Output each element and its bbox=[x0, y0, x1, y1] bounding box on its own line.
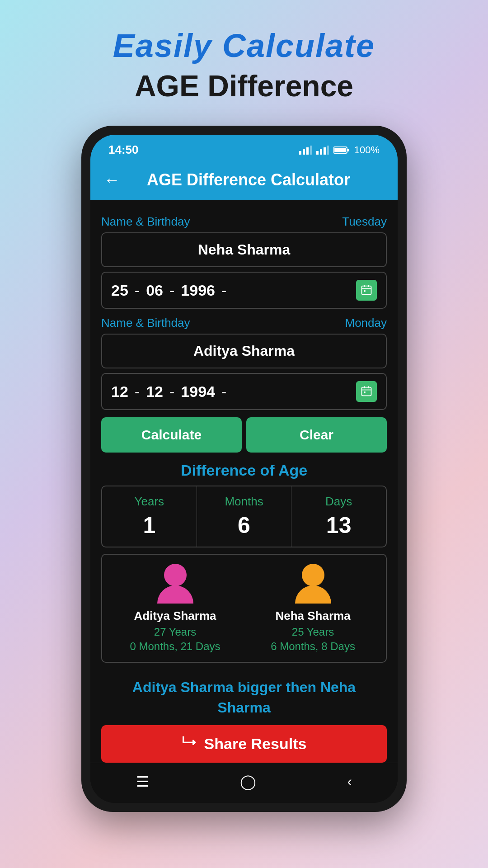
person1-date-field[interactable]: 25 - 06 - 1996 - bbox=[101, 272, 387, 309]
aditya-avatar-body bbox=[157, 585, 193, 604]
status-bar: 14:50 bbox=[90, 135, 398, 162]
person2-label-row: Name & Birthday Monday bbox=[101, 316, 387, 330]
aditya-avatar-head bbox=[164, 564, 187, 586]
person1-day-label: Tuesday bbox=[342, 215, 387, 229]
svg-rect-0 bbox=[299, 151, 301, 155]
back-arrow-icon[interactable]: ← bbox=[104, 170, 120, 189]
back-nav-icon[interactable]: ‹ bbox=[347, 773, 352, 790]
aditya-name: Aditya Sharma bbox=[108, 609, 242, 623]
neha-name: Neha Sharma bbox=[246, 609, 380, 623]
svg-rect-4 bbox=[316, 151, 319, 155]
page-title-1: Easily Calculate bbox=[113, 27, 375, 64]
days-col: Days 13 bbox=[291, 486, 386, 547]
months-value: 6 bbox=[202, 512, 287, 538]
neha-avatar-head bbox=[302, 564, 324, 586]
days-label: Days bbox=[296, 495, 381, 509]
person2-dash-1: - bbox=[135, 383, 140, 401]
person1-section-label: Name & Birthday bbox=[101, 215, 190, 229]
aditya-avatar bbox=[108, 564, 242, 604]
neha-months: 6 Months, 8 Days bbox=[246, 640, 380, 653]
action-buttons-row: Calculate Clear bbox=[101, 417, 387, 453]
calculate-button[interactable]: Calculate bbox=[101, 417, 242, 453]
menu-icon[interactable]: ☰ bbox=[136, 773, 149, 790]
person1-label-row: Name & Birthday Tuesday bbox=[101, 215, 387, 229]
persons-box: Aditya Sharma 27 Years 0 Months, 21 Days… bbox=[101, 554, 387, 663]
years-col: Years 1 bbox=[102, 486, 197, 547]
svg-rect-7 bbox=[327, 146, 329, 155]
aditya-years: 27 Years bbox=[108, 626, 242, 638]
person2-dash-3: - bbox=[221, 383, 226, 401]
phone-shell: 14:50 bbox=[81, 126, 407, 812]
signal-icon-2 bbox=[316, 146, 329, 155]
signal-icon-1 bbox=[299, 146, 312, 155]
person1-name-field[interactable]: Neha Sharma bbox=[101, 232, 387, 267]
person1-date-day: 25 bbox=[111, 282, 128, 299]
app-header-title: AGE Difference Calculator bbox=[129, 170, 368, 189]
person2-dash-2: - bbox=[169, 383, 174, 401]
svg-rect-5 bbox=[320, 149, 322, 155]
svg-rect-15 bbox=[364, 290, 366, 292]
person1-dash-3: - bbox=[221, 282, 226, 299]
aditya-months: 0 Months, 21 Days bbox=[108, 640, 242, 653]
status-icons: 100% bbox=[299, 144, 380, 156]
battery-text: 100% bbox=[354, 144, 380, 156]
person1-calendar-icon[interactable] bbox=[356, 280, 377, 301]
person-card-aditya: Aditya Sharma 27 Years 0 Months, 21 Days bbox=[108, 564, 242, 653]
svg-rect-1 bbox=[303, 149, 305, 155]
bottom-nav: ☰ ◯ ‹ bbox=[90, 763, 398, 803]
months-label: Months bbox=[202, 495, 287, 509]
person-card-neha: Neha Sharma 25 Years 6 Months, 8 Days bbox=[246, 564, 380, 653]
comparison-text: Aditya Sharma bigger then Neha Sharma bbox=[101, 670, 387, 725]
svg-rect-11 bbox=[362, 286, 371, 295]
phone-inner: 14:50 bbox=[90, 135, 398, 803]
svg-rect-3 bbox=[310, 146, 312, 155]
person1-date-year: 1996 bbox=[181, 282, 215, 299]
days-value: 13 bbox=[296, 512, 381, 538]
difference-title: Difference of Age bbox=[101, 462, 387, 479]
status-time: 14:50 bbox=[108, 143, 139, 157]
person2-name-field[interactable]: Aditya Sharma bbox=[101, 334, 387, 368]
svg-rect-2 bbox=[306, 147, 309, 155]
svg-rect-9 bbox=[334, 148, 346, 152]
person2-day-label: Monday bbox=[345, 316, 387, 330]
months-col: Months 6 bbox=[197, 486, 292, 547]
person2-date-year: 1994 bbox=[181, 383, 215, 401]
svg-rect-16 bbox=[362, 387, 371, 396]
person1-dash-1: - bbox=[135, 282, 140, 299]
page-header: Easily Calculate AGE Difference bbox=[113, 27, 375, 103]
home-icon[interactable]: ◯ bbox=[240, 773, 256, 790]
share-icon: ⮡ bbox=[182, 736, 196, 752]
person1-dash-2: - bbox=[169, 282, 174, 299]
neha-avatar bbox=[246, 564, 380, 604]
person1-name-value: Neha Sharma bbox=[111, 241, 377, 258]
svg-rect-10 bbox=[347, 149, 349, 151]
battery-icon bbox=[333, 146, 350, 155]
clear-button[interactable]: Clear bbox=[246, 417, 387, 453]
person2-calendar-icon[interactable] bbox=[356, 381, 377, 402]
app-header: ← AGE Difference Calculator bbox=[90, 162, 398, 200]
share-button[interactable]: ⮡ Share Results bbox=[101, 725, 387, 763]
share-button-label: Share Results bbox=[204, 735, 307, 753]
page-title-2: AGE Difference bbox=[113, 69, 375, 103]
person1-date-month: 06 bbox=[146, 282, 163, 299]
person2-date-field[interactable]: 12 - 12 - 1994 - bbox=[101, 373, 387, 410]
difference-box: Years 1 Months 6 Days 13 bbox=[101, 486, 387, 547]
neha-avatar-body bbox=[295, 585, 331, 604]
years-value: 1 bbox=[107, 512, 192, 538]
svg-rect-20 bbox=[364, 392, 366, 393]
person2-name-value: Aditya Sharma bbox=[111, 343, 377, 359]
content-area: Name & Birthday Tuesday Neha Sharma 25 -… bbox=[90, 200, 398, 763]
person2-section-label: Name & Birthday bbox=[101, 316, 190, 330]
years-label: Years bbox=[107, 495, 192, 509]
person2-date-day: 12 bbox=[111, 383, 128, 401]
svg-rect-6 bbox=[324, 147, 326, 155]
person2-date-month: 12 bbox=[146, 383, 163, 401]
neha-years: 25 Years bbox=[246, 626, 380, 638]
